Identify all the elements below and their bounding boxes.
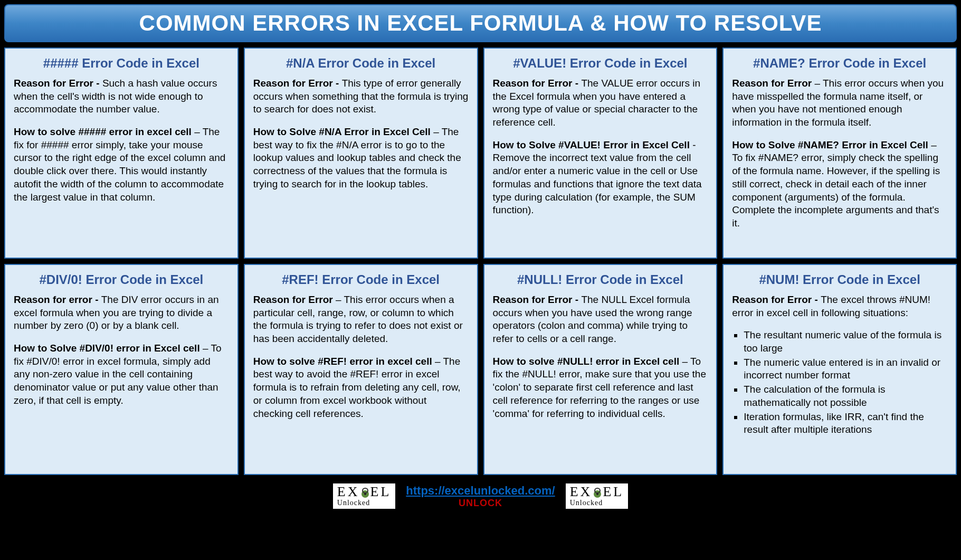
solve-paragraph: How to solve #REF! error in excel cell –… (253, 355, 469, 420)
reason-label: Reason for Error - (493, 294, 582, 305)
reason-label: Reason for Error (732, 78, 812, 89)
solve-paragraph: How to Solve #DIV/0! error in Excel cell… (14, 342, 229, 407)
svg-point-5 (596, 493, 598, 495)
error-card: #VALUE! Error Code in ExcelReason for Er… (483, 48, 718, 259)
error-card: #REF! Error Code in ExcelReason for Erro… (244, 264, 478, 475)
card-body: Reason for Error - This type of error ge… (253, 77, 469, 191)
logo-main: EXEL (570, 487, 624, 500)
card-title: #DIV/0! Error Code in Excel (14, 272, 229, 287)
logo-sub: Unlocked (337, 500, 391, 506)
solve-sep: – (679, 356, 690, 367)
card-title: ##### Error Code in Excel (14, 56, 229, 71)
solve-sep: – (200, 343, 211, 354)
card-body: Reason for Error - Such a hash value occ… (14, 77, 229, 204)
page-title: COMMON ERRORS IN EXCEL FORMULA & HOW TO … (16, 11, 945, 36)
reason-sep: – (812, 78, 823, 89)
error-card: #N/A Error Code in ExcelReason for Error… (244, 48, 478, 259)
error-card: #NULL! Error Code in ExcelReason for Err… (483, 264, 718, 475)
reason-paragraph: Reason for Error - This type of error ge… (253, 77, 469, 116)
reason-paragraph: Reason for Error - The NULL Excel formul… (493, 293, 708, 346)
card-body: Reason for error - The DIV error occurs … (14, 293, 229, 407)
solve-label: How to solve #NULL! error in Excel cell (493, 356, 680, 367)
reason-sep: – (333, 294, 344, 305)
solve-paragraph: How to solve ##### error in excel cell –… (14, 126, 229, 204)
logo-main: EXEL (337, 487, 391, 500)
reason-label: Reason for Error - (253, 78, 342, 89)
footer-tagline: UNLOCK (459, 498, 502, 508)
solve-paragraph: How to Solve #VALUE! Error in Excel Cell… (493, 139, 708, 217)
error-card: #NAME? Error Code in ExcelReason for Err… (722, 48, 957, 259)
footer-link[interactable]: https://excelunlocked.com/ (406, 484, 555, 497)
reason-paragraph: Reason for Error - The excel throws #NUM… (732, 293, 947, 319)
card-body: Reason for Error – This error occurs whe… (253, 293, 469, 420)
reason-label: Reason for Error - (14, 78, 102, 89)
reason-paragraph: Reason for Error – This error occurs whe… (732, 77, 947, 129)
error-card: ##### Error Code in ExcelReason for Erro… (4, 48, 239, 259)
title-bar: COMMON ERRORS IN EXCEL FORMULA & HOW TO … (4, 4, 957, 42)
logo-sub: Unlocked (570, 500, 624, 506)
reason-label: Reason for Error (253, 294, 333, 305)
bullet-item: The calculation of the formula is mathem… (744, 383, 947, 409)
solve-paragraph: How to Solve #N/A Error in Excel Cell – … (253, 126, 469, 191)
solve-label: How to Solve #DIV/0! error in Excel cell (14, 343, 200, 354)
card-body: Reason for Error - The excel throws #NUM… (732, 293, 947, 436)
card-body: Reason for Error – This error occurs whe… (732, 77, 947, 230)
solve-sep: – (432, 356, 443, 367)
solve-label: How to solve ##### error in excel cell (14, 126, 192, 137)
bullet-item: The numeric value entered is in an inval… (744, 356, 947, 382)
bullet-item: The resultant numeric value of the formu… (744, 329, 947, 355)
card-title: #NAME? Error Code in Excel (732, 56, 947, 71)
card-body: Reason for Error - The NULL Excel formul… (493, 293, 708, 420)
reason-label: Reason for Error - (493, 78, 582, 89)
reason-paragraph: Reason for error - The DIV error occurs … (14, 293, 229, 333)
footer-center: https://excelunlocked.com/ UNLOCK (406, 484, 555, 509)
solve-text: Remove the incorrect text value from the… (493, 152, 702, 215)
reason-paragraph: Reason for Error - The VALUE error occur… (493, 77, 708, 129)
card-title: #VALUE! Error Code in Excel (493, 56, 708, 71)
solve-label: How to solve #REF! error in excel cell (253, 356, 432, 367)
error-card: #DIV/0! Error Code in ExcelReason for er… (4, 264, 239, 475)
logo-left: EXEL Unlocked (333, 483, 395, 509)
footer: EXEL Unlocked https://excelunlocked.com/… (4, 480, 957, 512)
solve-text: To fix #NAME? error, simply check the sp… (732, 152, 940, 228)
solve-sep: - (690, 139, 696, 150)
solve-paragraph: How to Solve #NAME? Error in Excel Cell … (732, 139, 947, 230)
cards-grid: ##### Error Code in ExcelReason for Erro… (4, 48, 957, 475)
solve-sep: – (431, 126, 442, 137)
solve-text: The fix for ##### error simply, take you… (14, 126, 225, 202)
solve-paragraph: How to solve #NULL! error in Excel cell … (493, 355, 708, 420)
reason-label: Reason for error - (14, 294, 101, 305)
bullet-item: Iteration formulas, like IRR, can't find… (744, 411, 947, 436)
reason-paragraph: Reason for Error - Such a hash value occ… (14, 77, 229, 116)
solve-label: How to Solve #NAME? Error in Excel Cell (732, 139, 928, 150)
solve-label: How to Solve #N/A Error in Excel Cell (253, 126, 431, 137)
solve-sep: – (928, 139, 937, 150)
solve-sep: – (192, 126, 203, 137)
reason-paragraph: Reason for Error – This error occurs whe… (253, 293, 469, 346)
card-title: #NUM! Error Code in Excel (732, 272, 947, 287)
svg-point-2 (364, 493, 366, 495)
logo-right: EXEL Unlocked (566, 483, 628, 509)
error-card: #NUM! Error Code in ExcelReason for Erro… (722, 264, 957, 475)
card-body: Reason for Error - The VALUE error occur… (493, 77, 708, 217)
solve-label: How to Solve #VALUE! Error in Excel Cell (493, 139, 690, 150)
card-title: #NULL! Error Code in Excel (493, 272, 708, 287)
bullets-list: The resultant numeric value of the formu… (732, 329, 947, 436)
card-title: #REF! Error Code in Excel (253, 272, 469, 287)
card-title: #N/A Error Code in Excel (253, 56, 469, 71)
reason-label: Reason for Error - (732, 294, 821, 305)
